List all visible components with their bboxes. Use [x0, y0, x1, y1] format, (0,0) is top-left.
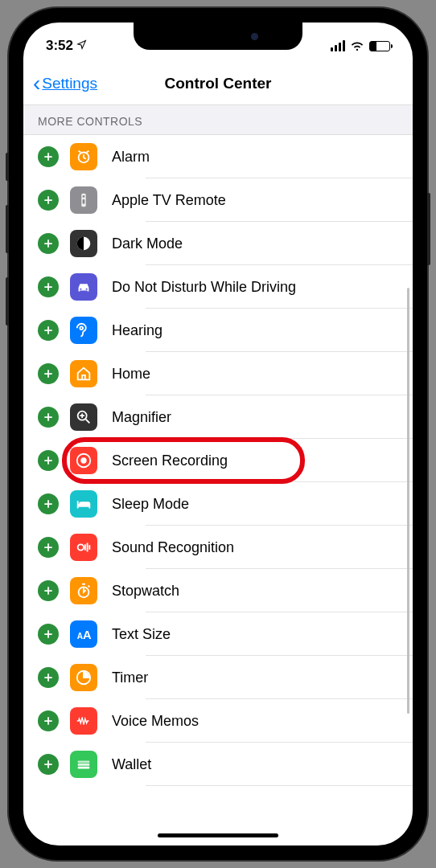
page-title: Control Center [165, 75, 272, 92]
control-row: Dark Mode [23, 222, 413, 265]
control-row: Apple TV Remote [23, 178, 413, 222]
control-row: Wallet [23, 743, 413, 786]
control-row: Sleep Mode [23, 482, 413, 526]
status-time: 3:52 [46, 38, 87, 54]
svg-rect-17 [78, 760, 90, 763]
svg-point-12 [78, 544, 84, 550]
back-button[interactable]: ‹ Settings [33, 72, 97, 95]
ear-icon [70, 317, 97, 344]
bed-icon [70, 490, 97, 518]
scroll-indicator[interactable] [407, 288, 409, 714]
control-label: Apple TV Remote [112, 192, 226, 209]
remote-icon [70, 186, 97, 214]
add-button[interactable] [38, 276, 59, 297]
control-label: Stopwatch [112, 583, 179, 600]
add-button[interactable] [38, 363, 59, 384]
cellular-signal-icon [331, 40, 345, 51]
nav-header: ‹ Settings Control Center [23, 63, 413, 104]
svg-point-2 [83, 195, 85, 198]
car-icon [70, 273, 97, 301]
battery-icon [369, 41, 390, 51]
add-button[interactable] [38, 320, 59, 341]
location-icon [76, 39, 87, 52]
svg-rect-19 [78, 767, 90, 769]
add-button[interactable] [38, 624, 59, 645]
add-button[interactable] [38, 450, 59, 471]
phone-side-buttons-right [427, 193, 430, 289]
control-row: Hearing [23, 309, 413, 352]
control-row: Screen Recording [23, 439, 413, 482]
controls-list[interactable]: AlarmApple TV RemoteDark ModeDo Not Dist… [23, 135, 413, 786]
control-label: Home [112, 366, 150, 383]
control-row: Sound Recognition [23, 526, 413, 569]
phone-frame: 3:52 ‹ Settings [9, 8, 427, 860]
svg-point-5 [80, 289, 81, 290]
svg-point-10 [80, 457, 86, 463]
control-row: Magnifier [23, 395, 413, 439]
control-row: Voice Memos [23, 699, 413, 743]
timer-icon [70, 664, 97, 691]
control-label: Sleep Mode [112, 496, 189, 513]
control-label: Wallet [112, 756, 151, 773]
home-indicator[interactable] [158, 833, 278, 837]
svg-text:A: A [83, 628, 92, 641]
add-button[interactable] [38, 407, 59, 428]
add-button[interactable] [38, 754, 59, 775]
record-icon [70, 447, 97, 474]
control-label: Sound Recognition [112, 539, 234, 556]
add-button[interactable] [38, 537, 59, 558]
svg-rect-18 [78, 764, 90, 766]
control-label: Timer [112, 669, 148, 686]
control-row: Home [23, 352, 413, 395]
control-label: Alarm [112, 149, 150, 166]
control-label: Text Size [112, 626, 171, 643]
back-label: Settings [42, 75, 97, 92]
notch [134, 23, 302, 50]
svg-point-6 [86, 289, 88, 290]
svg-rect-3 [83, 199, 85, 204]
voice-icon [70, 707, 97, 735]
add-button[interactable] [38, 146, 59, 167]
textsize-icon: AA [70, 620, 97, 648]
alarm-icon [70, 143, 97, 170]
home-icon [70, 360, 97, 387]
phone-side-buttons-left [6, 153, 9, 350]
control-label: Hearing [112, 322, 162, 339]
control-row: Stopwatch [23, 569, 413, 612]
control-row: Do Not Disturb While Driving [23, 265, 413, 309]
add-button[interactable] [38, 233, 59, 254]
control-label: Magnifier [112, 409, 171, 426]
add-button[interactable] [38, 190, 59, 211]
control-label: Do Not Disturb While Driving [112, 279, 296, 296]
svg-point-7 [80, 326, 83, 330]
stopwatch-icon [70, 577, 97, 604]
chevron-left-icon: ‹ [33, 72, 40, 95]
control-row: Timer [23, 656, 413, 699]
sound-icon [70, 534, 97, 561]
screen: 3:52 ‹ Settings [23, 23, 413, 845]
control-label: Screen Recording [112, 452, 228, 469]
control-row: Alarm [23, 135, 413, 178]
add-button[interactable] [38, 493, 59, 514]
add-button[interactable] [38, 667, 59, 688]
wallet-icon [70, 751, 97, 778]
magnifier-icon [70, 403, 97, 431]
section-header-more-controls: MORE CONTROLS [23, 104, 413, 135]
add-button[interactable] [38, 580, 59, 601]
control-label: Voice Memos [112, 713, 199, 730]
control-label: Dark Mode [112, 235, 183, 252]
control-row: AAText Size [23, 612, 413, 656]
add-button[interactable] [38, 710, 59, 731]
svg-point-11 [80, 502, 82, 505]
darkmode-icon [70, 230, 97, 257]
wifi-icon [350, 40, 364, 51]
